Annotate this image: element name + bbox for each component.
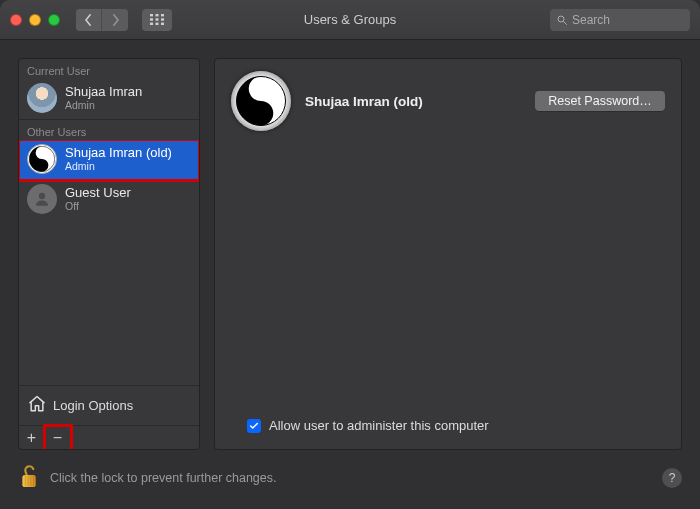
login-options-button[interactable]: Login Options [19, 385, 199, 425]
user-role: Admin [65, 99, 142, 111]
svg-rect-9 [161, 18, 164, 20]
user-name: Guest User [65, 186, 131, 201]
svg-point-13 [558, 16, 564, 22]
svg-rect-6 [161, 14, 164, 16]
search-icon [556, 14, 568, 26]
titlebar: Users & Groups [0, 0, 700, 40]
lock-row: Click the lock to prevent further change… [18, 459, 682, 497]
user-sidebar: Current User Shujaa Imran Admin Other Us… [18, 58, 200, 450]
admin-checkbox[interactable] [247, 419, 261, 433]
window-controls [10, 14, 60, 26]
user-role: Admin [65, 160, 172, 172]
reset-password-button[interactable]: Reset Password… [535, 91, 665, 111]
svg-rect-10 [150, 23, 153, 25]
unlock-icon[interactable] [18, 463, 40, 494]
yin-yang-avatar-large[interactable] [231, 71, 291, 131]
user-detail-pane: Shujaa Imran (old) Reset Password… Allow… [214, 58, 682, 450]
svg-line-14 [564, 21, 567, 24]
back-button[interactable] [76, 9, 102, 31]
close-window-button[interactable] [10, 14, 22, 26]
admin-checkbox-label: Allow user to administer this computer [269, 418, 489, 433]
forward-button[interactable] [102, 9, 128, 31]
guest-avatar [27, 184, 57, 214]
other-users-list: Shujaa Imran (old) Admin Guest User Off [19, 140, 199, 385]
zoom-window-button[interactable] [48, 14, 60, 26]
current-user-row[interactable]: Shujaa Imran Admin [19, 79, 199, 119]
other-users-label: Other Users [19, 120, 199, 140]
svg-rect-12 [161, 23, 164, 25]
home-icon [27, 394, 47, 417]
admin-checkbox-row[interactable]: Allow user to administer this computer [247, 418, 489, 433]
lock-text: Click the lock to prevent further change… [50, 471, 277, 485]
user-role: Off [65, 200, 131, 212]
search-input[interactable] [572, 13, 684, 27]
help-button[interactable]: ? [662, 468, 682, 488]
search-field[interactable] [550, 9, 690, 31]
avatar [27, 83, 57, 113]
user-row-shujaa-old[interactable]: Shujaa Imran (old) Admin [19, 140, 199, 180]
svg-rect-7 [150, 18, 153, 20]
detail-header: Shujaa Imran (old) Reset Password… [231, 71, 665, 131]
yin-yang-avatar [27, 144, 57, 174]
svg-rect-8 [156, 18, 159, 20]
minimize-window-button[interactable] [29, 14, 41, 26]
current-user-label: Current User [19, 59, 199, 79]
nav-back-forward [76, 9, 128, 31]
user-row-guest[interactable]: Guest User Off [19, 180, 199, 220]
svg-rect-4 [150, 14, 153, 16]
add-remove-bar: + − [19, 425, 199, 449]
check-icon [249, 421, 259, 431]
user-name: Shujaa Imran [65, 85, 142, 100]
detail-user-name: Shujaa Imran (old) [305, 94, 521, 109]
remove-user-button[interactable]: − [45, 426, 71, 450]
content-area: Current User Shujaa Imran Admin Other Us… [0, 40, 700, 509]
login-options-label: Login Options [53, 398, 133, 413]
show-all-prefs-button[interactable] [142, 9, 172, 31]
user-name: Shujaa Imran (old) [65, 146, 172, 161]
svg-rect-11 [156, 23, 159, 25]
prefs-window: Users & Groups Current User Shujaa Imran… [0, 0, 700, 509]
svg-rect-5 [156, 14, 159, 16]
add-user-button[interactable]: + [19, 426, 45, 450]
